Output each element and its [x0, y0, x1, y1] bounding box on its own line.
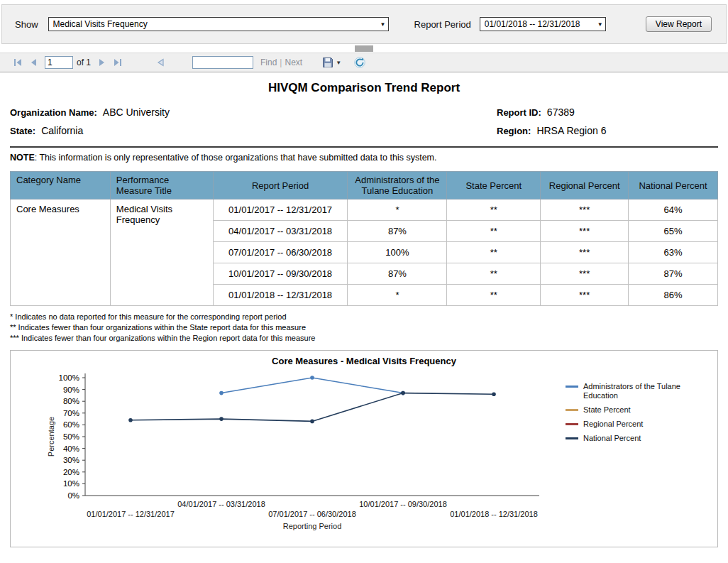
- legend-item: National Percent: [566, 434, 713, 443]
- refresh-icon[interactable]: [354, 57, 365, 68]
- state-label: State:: [10, 126, 35, 136]
- report-id-value: 67389: [547, 106, 575, 118]
- comparison-table: Category Name Performance Measure Title …: [10, 171, 718, 306]
- organization-name-value: ABC University: [103, 106, 170, 118]
- header-administrators: Administrators of the Tulane Education: [348, 172, 447, 199]
- next-link[interactable]: Next: [285, 58, 302, 67]
- cell-state-percent: **: [447, 263, 541, 285]
- trend-chart: Core Measures - Medical Visits Frequency…: [10, 350, 718, 547]
- svg-text:Reporting Period: Reporting Period: [283, 522, 342, 530]
- footnote-line: *** Indicates fewer than four organizati…: [10, 333, 718, 344]
- show-select[interactable]: Medical Visits Frequency ▼: [48, 17, 389, 31]
- cell-measure-title: Medical Visits Frequency: [110, 199, 213, 306]
- cell-report-period: 04/01/2017 -- 03/31/2018: [213, 221, 348, 242]
- state-value: California: [41, 125, 83, 136]
- legend-label: National Percent: [583, 434, 641, 443]
- cell-category-name: Core Measures: [11, 199, 111, 306]
- cell-state-percent: **: [447, 285, 541, 306]
- save-icon: [322, 57, 333, 68]
- report-navigation-toolbar: of 1 Find|Next ▼: [0, 53, 728, 72]
- svg-text:10/01/2017 -- 09/30/2018: 10/01/2017 -- 09/30/2018: [359, 500, 447, 508]
- state-field: State:California: [10, 125, 497, 136]
- organization-name-field: Organization Name:ABC University: [10, 106, 497, 118]
- header-state-percent: State Percent: [447, 172, 541, 199]
- legend-label: Regional Percent: [583, 420, 643, 429]
- header-measure-title: Performance Measure Title: [110, 172, 213, 199]
- region-field: Region:HRSA Region 6: [497, 125, 718, 136]
- header-report-period: Report Period: [213, 172, 348, 199]
- region-label: Region:: [497, 126, 531, 136]
- report-id-field: Report ID:67389: [497, 106, 718, 118]
- cell-report-period: 01/01/2018 -- 12/31/2018: [213, 285, 348, 306]
- page-number-input[interactable]: [45, 56, 73, 69]
- legend-swatch: [566, 409, 578, 411]
- svg-text:40%: 40%: [63, 444, 79, 453]
- legend-swatch: [566, 423, 578, 425]
- cell-national-percent: 63%: [629, 242, 718, 263]
- cell-regional-percent: ***: [541, 199, 629, 221]
- legend-item: Administrators of the Tulane Education: [566, 382, 713, 400]
- legend-swatch: [566, 437, 578, 439]
- chart-title: Core Measures - Medical Visits Frequency: [11, 356, 717, 366]
- report-header-fields: Organization Name:ABC University Report …: [10, 106, 718, 136]
- cell-regional-percent: ***: [541, 242, 629, 263]
- view-report-button[interactable]: View Report: [646, 16, 712, 32]
- last-page-icon[interactable]: [111, 57, 124, 68]
- report-period-select-value: 01/01/2018 -- 12/31/2018: [485, 19, 593, 29]
- page-title: HIVQM Comparison Trend Report: [0, 81, 728, 95]
- footnote-line: ** Indicates fewer than four organizatio…: [10, 322, 718, 333]
- cell-regional-percent: ***: [541, 221, 629, 242]
- table-row: Core Measures Medical Visits Frequency 0…: [11, 199, 718, 221]
- report-period-select[interactable]: 01/01/2018 -- 12/31/2018 ▼: [480, 17, 606, 31]
- export-dropdown-caret: ▼: [336, 60, 341, 66]
- footnote-line: * Indicates no data reported for this me…: [10, 312, 718, 322]
- cell-national-percent: 87%: [629, 263, 718, 285]
- report-id-label: Report ID:: [497, 107, 541, 118]
- svg-text:90%: 90%: [63, 386, 79, 394]
- header-regional-percent: Regional Percent: [541, 172, 629, 199]
- cell-report-period: 01/01/2017 -- 12/31/2017: [213, 199, 348, 221]
- legend-swatch: [566, 386, 578, 388]
- divider: [10, 146, 718, 148]
- svg-text:20%: 20%: [63, 468, 79, 476]
- show-label: Show: [15, 19, 38, 30]
- header-category-name: Category Name: [11, 172, 111, 199]
- first-page-icon[interactable]: [11, 57, 24, 68]
- legend-item: State Percent: [566, 405, 713, 415]
- cell-report-period: 10/01/2017 -- 09/30/2018: [213, 263, 348, 285]
- find-next-separator: |: [280, 58, 282, 67]
- svg-text:Percentage: Percentage: [47, 417, 55, 457]
- cell-state-percent: **: [447, 242, 541, 263]
- cell-administrators: 87%: [348, 263, 447, 285]
- svg-text:07/01/2017 -- 06/30/2018: 07/01/2017 -- 06/30/2018: [268, 510, 356, 518]
- header-national-percent: National Percent: [629, 172, 718, 199]
- previous-page-icon[interactable]: [27, 57, 40, 68]
- cell-state-percent: **: [447, 221, 541, 242]
- cell-national-percent: 64%: [629, 199, 718, 221]
- svg-text:60%: 60%: [63, 420, 79, 429]
- find-link[interactable]: Find: [260, 58, 277, 67]
- cell-national-percent: 65%: [629, 221, 718, 242]
- legend-label: Administrators of the Tulane Education: [583, 382, 713, 400]
- chart-canvas: 0%10%20%30%40%50%60%70%80%90%100%01/01/2…: [11, 366, 564, 542]
- note-text: NOTE: This information is only represent…: [10, 153, 718, 163]
- next-page-icon[interactable]: [96, 57, 109, 68]
- report-period-label: Report Period: [414, 19, 471, 30]
- region-value: HRSA Region 6: [536, 125, 606, 136]
- cell-national-percent: 86%: [629, 285, 718, 306]
- footnotes: * Indicates no data reported for this me…: [10, 312, 718, 344]
- cell-regional-percent: ***: [541, 263, 629, 285]
- organization-name-label: Organization Name:: [10, 107, 97, 118]
- back-arrow-icon[interactable]: [154, 57, 167, 68]
- export-button[interactable]: ▼: [322, 57, 341, 68]
- chart-legend: Administrators of the Tulane EducationSt…: [566, 366, 717, 545]
- splitter-collapse-handle[interactable]: [355, 45, 373, 52]
- parameter-splitter: [0, 44, 728, 53]
- find-input[interactable]: [192, 56, 253, 69]
- svg-text:100%: 100%: [59, 373, 79, 382]
- cell-administrators: 87%: [348, 221, 447, 242]
- chevron-down-icon: ▼: [380, 21, 386, 28]
- parameter-toolbar: Show Medical Visits Frequency ▼ Report P…: [1, 4, 727, 44]
- cell-regional-percent: ***: [541, 285, 629, 306]
- svg-text:80%: 80%: [63, 397, 79, 405]
